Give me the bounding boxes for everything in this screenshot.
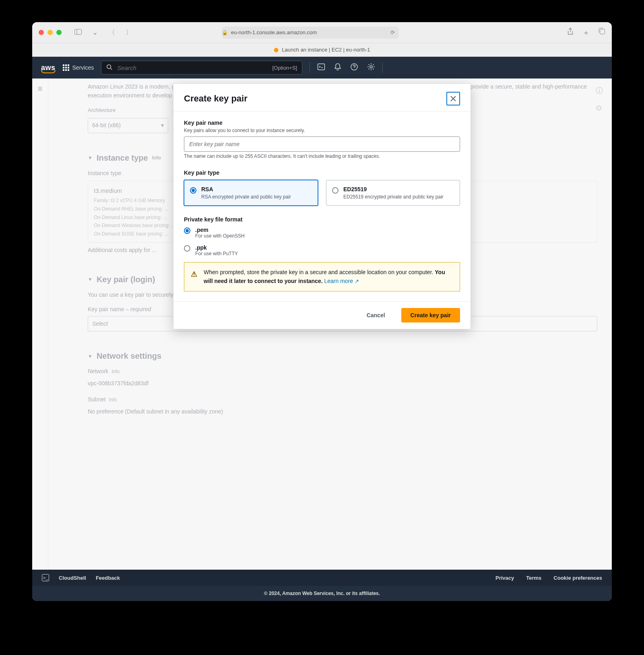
modal-close-button[interactable] [446,92,460,105]
cancel-button[interactable]: Cancel [358,308,394,322]
services-menu[interactable]: Services [63,64,94,71]
services-label: Services [72,64,94,71]
search-icon [106,64,112,71]
nav-back-icon[interactable]: 〈 [106,26,118,39]
new-tab-icon[interactable]: ＋ [582,28,590,37]
radio-icon [190,187,196,194]
browser-url-text: eu-north-1.console.aws.amazon.com [231,29,317,35]
browser-tabbar: ⬢ Launch an instance | EC2 | eu-north-1 [32,43,612,57]
create-key-pair-modal: Create key pair Key pair name Key pairs … [173,83,471,329]
svg-point-7 [370,66,372,68]
aws-footer: >_ CloudShell Feedback Privacy Terms Coo… [32,570,612,601]
search-shortcut: [Option+S] [272,65,297,71]
global-search-input[interactable] [116,64,268,72]
modal-title: Create key pair [184,93,248,104]
bell-icon[interactable] [334,63,341,73]
external-link-icon: ↗ [355,278,359,284]
learn-more-link[interactable]: Learn more ↗ [324,278,359,284]
key-pair-name-desc: Key pairs allow you to connect to your i… [184,128,460,133]
key-pair-name-label: Key pair name [184,120,460,126]
chevron-down-icon[interactable]: ⌄ [90,27,100,38]
global-search[interactable]: [Option+S] [101,61,302,74]
cloudshell-link[interactable]: CloudShell [59,575,86,581]
browser-titlebar: ⌄ 〈 〉 🔒 eu-north-1.console.aws.amazon.co… [32,22,612,43]
browser-url-bar[interactable]: 🔒 eu-north-1.console.aws.amazon.com ⟳ [222,27,399,39]
nav-forward-icon[interactable]: 〉 [123,26,135,39]
browser-window: ⌄ 〈 〉 🔒 eu-north-1.console.aws.amazon.co… [32,22,612,601]
radio-icon [184,227,190,234]
aws-favicon-icon: ⬢ [274,47,279,53]
page-body: ≡ Amazon Linux 2023 is a modern, general… [32,79,612,570]
key-pair-name-input[interactable] [184,136,460,152]
aws-logo-icon[interactable]: aws [41,64,56,72]
terms-link[interactable]: Terms [526,575,541,581]
warning-icon: ⚠ [191,269,197,280]
services-grid-icon [63,64,69,71]
nav-divider [310,62,310,73]
gear-icon[interactable] [367,63,375,73]
format-ppk-option[interactable]: .ppk For use with PuTTY [184,244,460,256]
traffic-lights[interactable] [39,30,62,35]
modal-overlay: Create key pair Key pair name Key pairs … [32,79,612,570]
lock-icon: 🔒 [222,30,228,35]
feedback-link[interactable]: Feedback [96,575,120,581]
private-key-format-label: Private key file format [184,216,460,223]
share-icon[interactable] [567,28,574,37]
nav-divider-2 [382,62,383,73]
cloudshell-icon[interactable] [317,63,325,73]
svg-rect-0 [75,29,82,34]
svg-rect-5 [318,64,325,70]
cookie-preferences-link[interactable]: Cookie preferences [553,575,602,581]
svg-line-4 [111,68,112,70]
svg-point-3 [107,65,111,69]
close-window-icon[interactable] [39,30,44,35]
svg-rect-2 [600,29,605,34]
privacy-link[interactable]: Privacy [495,575,514,581]
key-storage-warning: ⚠ When prompted, store the private key i… [184,262,460,291]
create-key-pair-button[interactable]: Create key pair [401,308,460,322]
radio-icon [184,245,190,252]
copyright-text: © 2024, Amazon Web Services, Inc. or its… [264,591,380,596]
sidebar-toggle-icon[interactable] [72,27,84,38]
key-pair-type-ed25519[interactable]: ED25519 ED25519 encrypted private and pu… [326,180,460,206]
minimize-window-icon[interactable] [47,30,53,35]
cloudshell-icon[interactable]: >_ [42,574,49,581]
browser-tab-title[interactable]: Launch an instance | EC2 | eu-north-1 [282,47,370,53]
key-pair-type-label: Key pair type [184,169,460,176]
tab-overview-icon[interactable] [599,28,605,37]
maximize-window-icon[interactable] [56,30,62,35]
refresh-icon[interactable]: ⟳ [390,29,399,35]
key-pair-type-rsa[interactable]: RSA RSA encrypted private and public key… [184,180,318,206]
format-pem-option[interactable]: .pem For use with OpenSSH [184,227,460,239]
help-icon[interactable] [350,63,358,73]
radio-icon [332,187,339,194]
key-pair-name-hint: The name can include up to 255 ASCII cha… [184,153,460,159]
aws-top-nav: aws Services [Option+S] [32,57,612,79]
